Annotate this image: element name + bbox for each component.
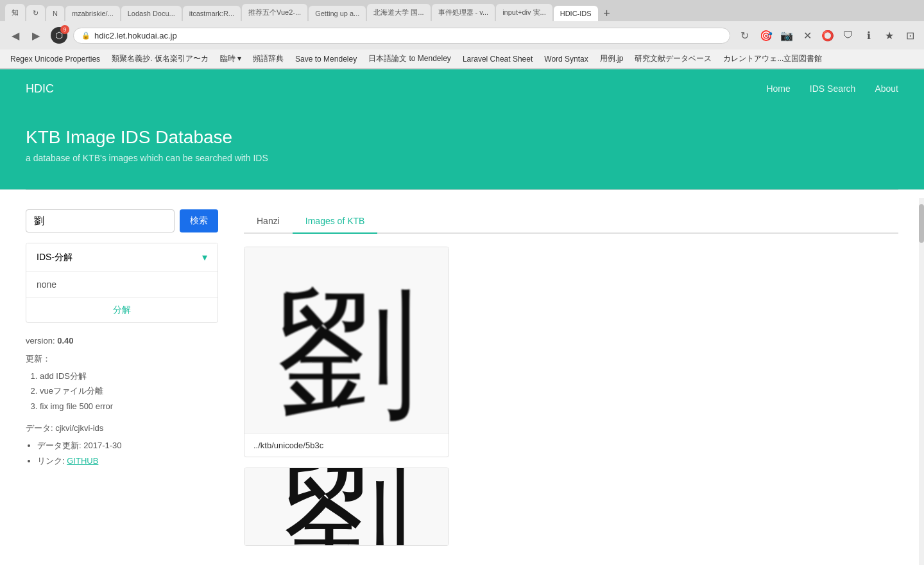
data-update-value: 2017-1-30 <box>83 441 121 450</box>
github-link[interactable]: GITHUB <box>67 456 98 466</box>
char-svg-1: 劉 <box>244 247 449 434</box>
site-hero: KTB Image IDS Database a database of KTB… <box>0 108 924 189</box>
tab-hanzi[interactable]: Hanzi <box>244 209 293 234</box>
tab-itcast[interactable]: itcastmark:R... <box>183 6 241 21</box>
chevron-down-icon: ▾ <box>202 251 207 263</box>
tab-hokudai[interactable]: 北海道大学 国... <box>367 4 430 21</box>
screenshot-icon[interactable]: 📷 <box>779 28 794 43</box>
bunkai-button[interactable]: 分解 <box>113 304 131 316</box>
data-item-update: データ更新: 2017-1-30 <box>37 438 218 453</box>
site-logo: HDIC <box>26 82 766 96</box>
ids-dropdown-header[interactable]: IDS-分解 ▾ <box>26 243 218 271</box>
bookmark-word-syntax[interactable]: Word Syntax <box>539 53 593 65</box>
update-item-3: fix img file 500 error <box>40 399 218 414</box>
version-number: 0.40 <box>57 336 73 346</box>
github-icon-wrapper: ⬡ 9 <box>50 26 68 44</box>
nav-ids-search[interactable]: IDS Search <box>810 83 856 94</box>
bookmark-current[interactable]: カレントアウェ...立国図書館 <box>718 52 827 66</box>
nav-about[interactable]: About <box>875 83 898 94</box>
updates-list: add IDS分解 vueファイル分離 fix img file 500 err… <box>26 369 218 414</box>
updates-title: 更新： <box>26 353 218 365</box>
version-label: version: <box>26 336 55 346</box>
svg-text:劉: 劉 <box>283 468 411 545</box>
close-icon[interactable]: ✕ <box>800 28 815 43</box>
nav-buttons: ◀ ▶ <box>6 26 45 44</box>
update-item-1: add IDS分解 <box>40 369 218 383</box>
bookmark-laravel[interactable]: Laravel Cheat Sheet <box>458 53 538 65</box>
data-link-prefix: リンク: <box>37 456 65 466</box>
hero-subtitle: a database of KTB's images which can be … <box>26 153 898 163</box>
tab-reload[interactable]: ↻ <box>26 5 45 21</box>
tab-vue2[interactable]: 推荐五个Vue2-... <box>242 4 307 21</box>
data-label: データ: cjkvi/cjkvi-ids <box>26 423 218 434</box>
image-1: 劉 <box>244 247 449 434</box>
image-2: 劉 <box>244 468 449 545</box>
forward-button[interactable]: ▶ <box>27 26 45 44</box>
back-button[interactable]: ◀ <box>6 26 24 44</box>
tabs-bar: 知 ↻ N mzabriskie/... Lodash Docu... itca… <box>0 0 924 21</box>
bookmark-regex[interactable]: Regex Unicode Properties <box>5 53 105 65</box>
pocket-icon[interactable]: 🎯 <box>758 28 774 43</box>
svg-text:劉: 劉 <box>277 276 418 432</box>
image-grid: 劉 ../ktb/unicode/5b3c <box>244 247 898 546</box>
tab-hdic-ids[interactable]: HDIC-IDS <box>554 6 598 21</box>
bookmark-mendeley[interactable]: Save to Mendeley <box>290 53 362 65</box>
new-tab-button[interactable]: + <box>599 6 615 21</box>
nav-home[interactable]: Home <box>766 83 790 94</box>
ids-none-label: none <box>37 279 56 290</box>
tab-images-ktb[interactable]: Images of KTB <box>293 209 378 234</box>
hero-title: KTB Image IDS Database <box>26 127 898 148</box>
image-card-1: 劉 ../ktb/unicode/5b3c <box>244 247 449 457</box>
scrollbar[interactable] <box>919 198 924 565</box>
site-nav-links: Home IDS Search About <box>766 83 898 94</box>
tab-zhi[interactable]: 知 <box>5 4 25 21</box>
browser-chrome: 知 ↻ N mzabriskie/... Lodash Docu... itca… <box>0 0 924 69</box>
data-list: データ更新: 2017-1-30 リンク: GITHUB <box>26 438 218 468</box>
lock-icon: 🔒 <box>81 31 90 40</box>
image-card-2: 劉 <box>244 468 449 546</box>
url-text: hdic2.let.hokudai.ac.jp <box>94 31 177 40</box>
bookmark-nihongo-mendeley[interactable]: 日本語論文 to Mendeley <box>363 52 456 66</box>
bookmarks-bar: Regex Unicode Properties 類聚名義抄. 仮名楽引ア〜カ … <box>0 49 924 69</box>
tab-getting-up[interactable]: Getting up a... <box>309 6 366 21</box>
bookmark-hingo[interactable]: 頻語辞典 <box>248 52 289 66</box>
ids-dropdown-footer: 分解 <box>26 297 218 322</box>
titlebar: ◀ ▶ ⬡ 9 🔒 hdic2.let.hokudai.ac.jp ↻ 🎯 📷 … <box>0 21 924 49</box>
github-badge: 9 <box>60 25 69 34</box>
version-info: version: 0.40 <box>26 336 218 346</box>
image-card-label-1: ../ktb/unicode/5b3c <box>244 434 449 457</box>
tab-jiken[interactable]: 事件処理器 - v... <box>432 4 495 21</box>
site-navbar: HDIC Home IDS Search About <box>0 69 924 108</box>
tab-input-div[interactable]: input+div 実... <box>496 4 552 21</box>
right-panel: Hanzi Images of KTB 劉 <box>244 209 898 546</box>
ids-dropdown: IDS-分解 ▾ none 分解 <box>26 243 218 323</box>
tab-mzabriskie[interactable]: mzabriskie/... <box>65 6 120 21</box>
adblock-icon[interactable]: 🛡 <box>841 28 856 43</box>
grid-icon[interactable]: ⊡ <box>902 28 918 43</box>
search-button[interactable]: 検索 <box>180 209 218 232</box>
search-row: 検索 <box>26 209 218 232</box>
site-main: 検索 IDS-分解 ▾ none 分解 version: 0.40 <box>0 190 924 565</box>
search-input[interactable] <box>26 209 175 232</box>
left-panel: 検索 IDS-分解 ▾ none 分解 version: 0.40 <box>26 209 218 546</box>
toolbar-icons: ↻ 🎯 📷 ✕ ⭕ 🛡 ℹ ★ ⊡ <box>735 26 918 44</box>
star-icon[interactable]: ★ <box>882 28 897 43</box>
bookmark-yoerei[interactable]: 用例.jp <box>595 52 629 66</box>
tab-lodash[interactable]: Lodash Docu... <box>121 6 182 21</box>
update-item-2: vueファイル分離 <box>40 383 218 398</box>
info-icon[interactable]: ℹ <box>861 28 877 43</box>
address-bar[interactable]: 🔒 hdic2.let.hokudai.ac.jp <box>73 28 730 44</box>
bookmark-rinji[interactable]: 臨時 ▾ <box>215 52 246 66</box>
content-tabs: Hanzi Images of KTB <box>244 209 898 234</box>
circle-icon[interactable]: ⭕ <box>820 28 835 43</box>
data-item-link: リンク: GITHUB <box>37 453 218 468</box>
scrollbar-thumb[interactable] <box>919 204 924 243</box>
data-section: データ: cjkvi/cjkvi-ids データ更新: 2017-1-30 リン… <box>26 423 218 468</box>
ids-dropdown-body: none <box>26 271 218 297</box>
bookmark-kenkyu[interactable]: 研究文献データベース <box>629 52 717 66</box>
tab-n[interactable]: N <box>46 6 64 21</box>
data-update-prefix: データ更新: <box>37 441 81 450</box>
refresh-button[interactable]: ↻ <box>735 26 753 44</box>
updates-section: 更新： add IDS分解 vueファイル分離 fix img file 500… <box>26 353 218 414</box>
bookmark-ruiju[interactable]: 類聚名義抄. 仮名楽引ア〜カ <box>107 52 214 66</box>
